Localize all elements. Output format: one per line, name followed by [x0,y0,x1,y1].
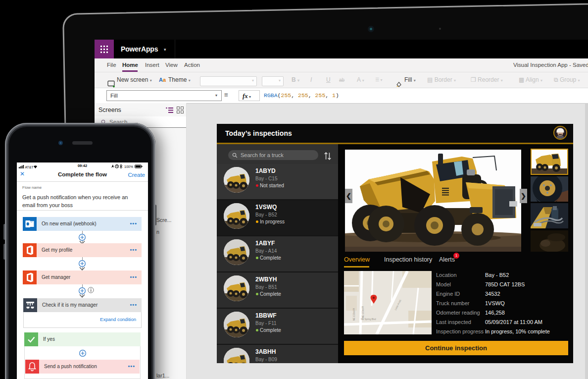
svg-text:NE 132nd Pl: NE 132nd Pl [353,308,355,321]
svg-text:NE 133rd Pl: NE 133rd Pl [362,306,364,318]
svg-text:100%: 100% [124,165,133,168]
svg-text:NE Spring Blvd: NE Spring Blvd [361,318,376,321]
